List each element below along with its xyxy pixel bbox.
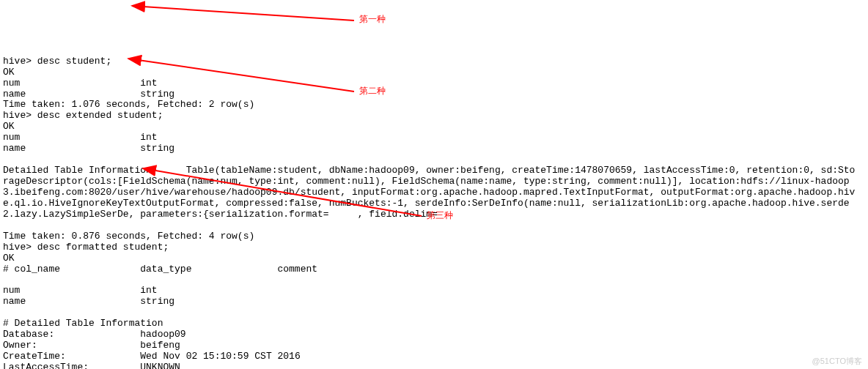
detail-row: CreateTime: Wed Nov 02 15:10:59 CST 2016 xyxy=(3,351,301,362)
ok-1: OK xyxy=(3,67,15,78)
col-row: num int xyxy=(3,78,158,89)
col-row: name string xyxy=(3,89,174,100)
annotation-first: 第一种 xyxy=(359,15,386,25)
ok-2: OK xyxy=(3,121,15,132)
col-row: num int xyxy=(3,285,158,296)
detailed-header: # Detailed Table Information xyxy=(3,318,163,329)
watermark: @51CTO博客 xyxy=(812,357,862,366)
col-row: name string xyxy=(3,143,174,154)
arrow-first xyxy=(132,6,354,20)
detail-row: Database: hadoop09 xyxy=(3,329,186,340)
terminal-output: hive> desc student; OK num int name stri… xyxy=(0,44,868,369)
detailed-table-info: Detailed Table Information Table(tableNa… xyxy=(3,165,861,220)
col-header: # col_name data_type comment xyxy=(3,264,317,275)
col-row: name string xyxy=(3,296,174,307)
detail-row: Owner: beifeng xyxy=(3,340,180,351)
time-taken-2: Time taken: 0.876 seconds, Fetched: 4 ro… xyxy=(3,231,254,242)
time-taken-1: Time taken: 1.076 seconds, Fetched: 2 ro… xyxy=(3,99,254,110)
hive-prompt-2: hive> desc extended student; xyxy=(3,110,163,121)
hive-prompt-1: hive> desc student; xyxy=(3,56,111,67)
detail-row: LastAccessTime: UNKNOWN xyxy=(3,362,180,369)
ok-3: OK xyxy=(3,253,15,264)
col-row: num int xyxy=(3,132,158,143)
hive-prompt-3: hive> desc formatted student; xyxy=(3,242,169,253)
